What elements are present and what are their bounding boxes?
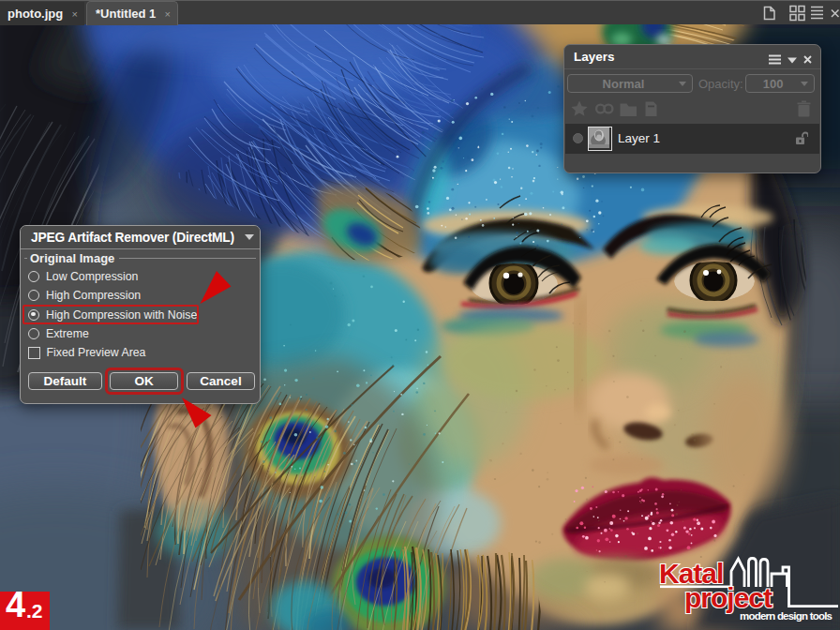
svg-text:project: project bbox=[684, 582, 772, 613]
svg-text:modern design tools: modern design tools bbox=[740, 610, 832, 622]
